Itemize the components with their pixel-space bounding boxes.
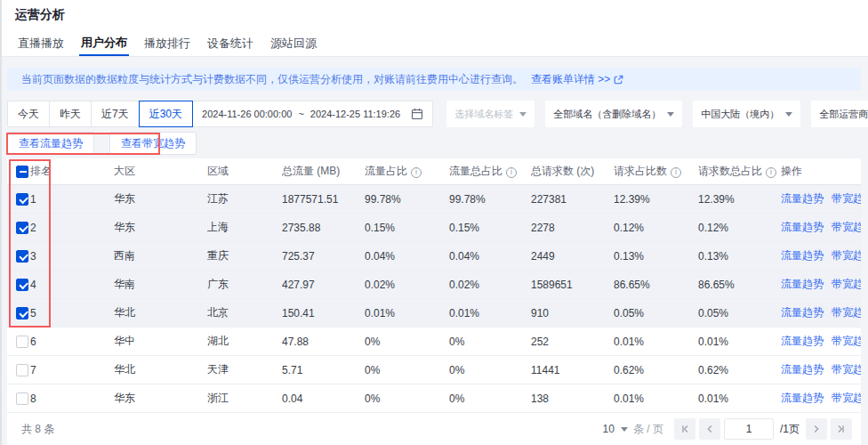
date-start: 2024-11-26 00:00:00 [202,109,292,119]
bandwidth-trend-link[interactable]: 带宽趋势 [832,221,861,233]
trend-button-row: 查看流量趋势 查看带宽趋势 [7,132,861,155]
isp-select-value: 全部运营商 [819,108,868,121]
next-page-button[interactable] [806,418,827,440]
cell-request-total-pct: 0.12% [698,222,781,234]
current-page-input[interactable]: 1 [724,418,774,440]
cell-region: 华东 [114,220,207,235]
cell-actions: 流量趋势带宽趋势 [781,305,861,320]
bandwidth-trend-link[interactable]: 带宽趋势 [832,278,861,290]
traffic-trend-link[interactable]: 流量趋势 [781,363,824,376]
tab-item[interactable]: 设备统计 [205,30,255,56]
col-header-label: 流量总占比 [449,164,502,179]
row-checkbox[interactable] [16,193,28,206]
last-page-button[interactable] [831,418,852,440]
info-icon[interactable] [671,167,681,178]
table-footer: 共 8 条 10 条 / 页 1 [7,413,861,445]
table-row: 2华东上海2735.880.15%0.15%22780.12%0.12%流量趋势… [7,214,861,242]
chevron-down-icon [519,112,526,120]
col-header: 大区 [114,164,207,179]
domain-tag-select[interactable]: 选择域名标签 [446,101,534,127]
quick-range-button[interactable]: 昨天 [49,101,92,127]
select-all-checkbox[interactable] [16,166,28,178]
quick-range-button[interactable]: 近7天 [91,101,140,127]
info-icon[interactable] [766,167,776,178]
page-title: 运营分析 [15,7,65,23]
row-checkbox[interactable] [16,392,28,405]
row-checkbox[interactable] [16,279,28,291]
traffic-trend-link[interactable]: 流量趋势 [781,306,824,319]
cell-area: 天津 [207,362,282,377]
chevron-down-icon [667,112,674,120]
area-select[interactable]: 中国大陆（境内） [693,101,800,127]
first-page-icon [680,425,689,433]
bandwidth-trend-link[interactable]: 带宽趋势 [832,335,861,347]
domain-tag-placeholder: 选择域名标签 [454,108,513,121]
cell-total-requests: 2278 [531,222,614,234]
cell-request-pct: 12.39% [614,193,698,206]
date-separator: ~ [298,109,303,119]
col-header-label: 排名 [30,164,52,179]
col-header-label: 请求数总占比 [698,164,762,179]
view-traffic-trend-button[interactable]: 查看流量趋势 [7,132,94,155]
col-header: 总请求数 (次) [531,164,614,179]
row-checkbox-cell [7,250,30,263]
bandwidth-trend-link[interactable]: 带宽趋势 [832,392,861,404]
traffic-trend-link[interactable]: 流量趋势 [781,249,824,262]
cell-region: 西南 [114,248,207,263]
bill-details-link[interactable]: 查看账单详情 >> [531,72,623,87]
cell-traffic-total-pct: 0.01% [449,307,531,320]
quick-range-button[interactable]: 近30天 [139,101,193,127]
table-row: 5华北北京150.410.01%0.01%9100.05%0.05%流量趋势带宽… [7,299,861,328]
traffic-trend-link[interactable]: 流量趋势 [781,278,824,290]
bandwidth-trend-link[interactable]: 带宽趋势 [832,363,861,376]
first-page-button[interactable] [674,418,695,440]
traffic-trend-link[interactable]: 流量趋势 [781,335,824,347]
row-checkbox[interactable] [16,364,28,376]
tab-item[interactable]: 用户分布 [79,30,129,56]
row-checkbox[interactable] [16,222,28,234]
bandwidth-trend-link[interactable]: 带宽趋势 [832,249,861,262]
cell-request-total-pct: 86.65% [698,279,781,291]
cell-area: 湖北 [207,334,282,349]
table-row: 8华东浙江0.040%0%1380.01%0.01%流量趋势带宽趋势 [7,384,861,413]
cell-total-traffic: 47.88 [282,336,365,348]
info-icon[interactable] [411,167,422,178]
row-checkbox-cell [7,336,30,348]
row-checkbox-cell [7,364,30,376]
bandwidth-trend-link[interactable]: 带宽趋势 [832,192,861,205]
table-row: 1华东江苏1877571.5199.78%99.78%22738112.39%1… [7,185,861,214]
row-checkbox[interactable] [16,307,28,320]
cell-total-traffic: 150.41 [282,307,365,320]
traffic-trend-link[interactable]: 流量趋势 [781,192,824,205]
view-bandwidth-trend-button[interactable]: 查看带宽趋势 [109,132,197,155]
cell-total-requests: 227381 [531,193,614,206]
page-size-select[interactable]: 10 [603,423,628,435]
row-checkbox-cell [7,392,30,405]
domain-select[interactable]: 全部域名（含删除域名） [545,101,682,127]
isp-select[interactable]: 全部运营商 [811,101,868,127]
cell-request-total-pct: 0.13% [698,250,781,263]
bandwidth-trend-link[interactable]: 带宽趋势 [832,306,861,319]
cell-traffic-pct: 0.01% [365,307,449,320]
cell-actions: 流量趋势带宽趋势 [781,334,861,349]
tab-item[interactable]: 源站回源 [269,30,318,56]
cell-total-traffic: 725.37 [282,250,365,263]
cell-total-traffic: 427.97 [282,279,365,291]
prev-page-button[interactable] [699,418,720,440]
calendar-icon [411,108,423,120]
cell-total-traffic: 5.71 [282,364,365,376]
next-page-icon [812,425,821,433]
row-checkbox[interactable] [16,336,28,348]
quick-range-button[interactable]: 今天 [7,101,50,127]
traffic-trend-link[interactable]: 流量趋势 [781,392,824,404]
cell-rank: 5 [30,307,114,320]
tab-item[interactable]: 播放排行 [142,30,192,56]
col-header-label: 流量占比 [365,164,407,179]
cell-region: 华北 [114,305,207,320]
row-checkbox[interactable] [16,250,28,263]
cell-total-traffic: 2735.88 [282,222,365,234]
date-range-picker[interactable]: 2024-11-26 00:00:00 ~ 2024-12-25 11:19:2… [192,101,433,127]
info-icon[interactable] [506,167,517,178]
traffic-trend-link[interactable]: 流量趋势 [781,221,824,233]
tab-item[interactable]: 直播播放 [16,30,66,56]
